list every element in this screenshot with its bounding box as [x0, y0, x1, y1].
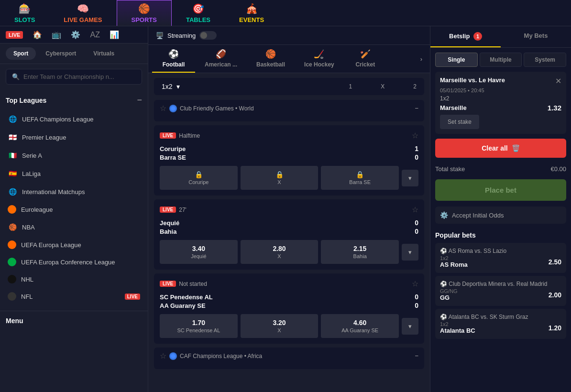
top-leagues-header: Top Leagues − — [6, 95, 142, 105]
match-type-select[interactable]: 1x2 ▾ — [162, 83, 180, 90]
nav-slots[interactable]: 🎰 SLOTS — [0, 0, 49, 26]
odd-jequie-2[interactable]: 2.15 Bahia — [321, 240, 399, 264]
section-fav-star[interactable]: ☆ — [160, 104, 166, 113]
odd-coruripe-2[interactable]: 🔒 Barra SE — [321, 166, 399, 190]
match-penedense-odds: 1.70 SC Penedense AL 3.20 X 4.60 AA Guar… — [160, 314, 418, 338]
trash-icon: 🗑️ — [512, 144, 520, 152]
league-item-ucl[interactable]: 🌐 UEFA Champions League — [6, 110, 142, 128]
top-leagues-toggle[interactable]: − — [137, 95, 142, 105]
sports-tab-basketball[interactable]: 🏀 Basketball — [247, 45, 295, 73]
tab-sport[interactable]: Sport — [6, 47, 36, 60]
popular-roma-row: 1x2 AS Roma 2.50 — [440, 255, 561, 268]
az-icon[interactable]: AZ — [90, 31, 99, 39]
match-penedense-fav[interactable]: ☆ — [412, 279, 418, 288]
sports-tab-american[interactable]: 🏈 American ... — [195, 45, 247, 73]
odd-jequie-x-label: X — [277, 253, 281, 259]
popular-bets-section: Popular bets ⚽ AS Roma vs. SS Lazio 1x2 … — [430, 227, 571, 347]
streaming-toggle[interactable] — [199, 31, 217, 40]
league-item-nfl[interactable]: NFL LIVE — [6, 288, 142, 305]
sports-tab-ice-hockey[interactable]: 🏒 Ice Hockey — [295, 45, 344, 73]
cricket-tab-label: Cricket — [355, 61, 375, 68]
odd-coruripe-label: Coruripe — [188, 179, 209, 185]
nav-sports[interactable]: 🏀 SPORTS — [117, 0, 172, 26]
section-caf-fav[interactable]: ☆ — [160, 351, 166, 360]
league-item-nba[interactable]: 🏀 NBA — [6, 218, 142, 236]
my-bets-tab[interactable]: My Bets — [501, 26, 571, 47]
nav-live-games[interactable]: 🧠 LIVE GAMES — [49, 0, 116, 26]
odd-jequie-x[interactable]: 2.80 X — [241, 240, 318, 264]
betslip-tab[interactable]: Betslip 1 — [430, 26, 501, 47]
ucl-name: UEFA Champions League — [22, 116, 94, 123]
league-item-premier[interactable]: 🏴󠁧󠁢󠁥󠁮󠁧󠁿 Premier League — [6, 128, 142, 146]
odd-penedense-2[interactable]: 4.60 AA Guarany SE — [321, 314, 399, 338]
stats-icon[interactable]: 📊 — [110, 30, 119, 39]
search-input[interactable] — [23, 73, 136, 80]
video-icon[interactable]: 📺 — [52, 30, 61, 39]
sports-tab-cricket[interactable]: 🏏 Cricket — [344, 45, 387, 73]
bet-type-single[interactable]: Single — [435, 53, 478, 67]
settings-icon[interactable]: ⚙️ — [71, 30, 80, 39]
popular-item-roma[interactable]: ⚽ AS Roma vs. SS Lazio 1x2 AS Roma 2.50 — [435, 243, 566, 273]
odd-penedense-x-label: X — [277, 327, 281, 333]
league-item-euroleague[interactable]: Euroleague — [6, 201, 142, 218]
odd-barra-label: Barra SE — [349, 179, 371, 185]
bet-type-label: 1x2 — [440, 95, 561, 102]
odd-jequie-1[interactable]: 3.40 Jequié — [160, 240, 238, 264]
odd-coruripe-1[interactable]: 🔒 Coruripe — [160, 166, 238, 190]
seriea-flag: 🇮🇹 — [8, 151, 17, 160]
penedense-score: 0 — [415, 293, 418, 301]
top-navigation: 🎰 SLOTS 🧠 LIVE GAMES 🏀 SPORTS 🎯 TABLES 🎪… — [0, 0, 571, 26]
league-item-intl[interactable]: 🌐 International Matchups — [6, 183, 142, 201]
odd-coruripe-x[interactable]: 🔒 X — [241, 166, 318, 190]
jequie-name: Jequié — [160, 219, 179, 227]
match-penedense-expand[interactable]: ▾ — [402, 318, 418, 335]
home-icon[interactable]: 🏠 — [33, 30, 42, 39]
section-collapse[interactable]: − — [415, 105, 418, 112]
total-stake-label: Total stake — [435, 165, 465, 173]
match-type-label: 1x2 — [162, 83, 173, 90]
accept-odds-row: ⚙️ Accept Initial Odds — [435, 207, 566, 224]
match-coruripe-fav[interactable]: ☆ — [412, 131, 418, 140]
total-stake-value: €0.00 — [550, 165, 566, 173]
section-league-info: ☆ Club Friendly Games • World — [160, 104, 254, 113]
football-tab-icon: ⚽ — [168, 49, 179, 59]
set-stake-btn[interactable]: Set stake — [440, 115, 479, 129]
league-item-uel[interactable]: UEFA Europa League — [6, 236, 142, 253]
left-sidebar: LIVE 🏠 📺 ⚙️ AZ 📊 Sport Cybersport Virtua… — [0, 26, 148, 392]
section-caf-collapse[interactable]: − — [415, 352, 418, 359]
bet-type-multiple[interactable]: Multiple — [480, 53, 522, 67]
menu-label: Menu — [6, 317, 23, 325]
popular-atalanta-match: ⚽ Atalanta BC vs. SK Sturm Graz — [440, 314, 561, 320]
match-jequie-expand[interactable]: ▾ — [402, 244, 418, 261]
tab-virtuals[interactable]: Virtuals — [86, 47, 122, 60]
match-coruripe-expand[interactable]: ▾ — [402, 170, 418, 186]
league-item-laliga[interactable]: 🇪🇸 LaLiga — [6, 164, 142, 183]
premier-flag: 🏴󠁧󠁢󠁥󠁮󠁧󠁿 — [8, 132, 17, 142]
league-item-uecl[interactable]: UEFA Europa Conference League — [6, 253, 142, 271]
guarany-name: AA Guarany SE — [160, 302, 206, 309]
bet-close-btn[interactable]: ✕ — [555, 76, 561, 86]
bet-type-system[interactable]: System — [524, 53, 566, 67]
odd-penedense-x[interactable]: 3.20 X — [241, 314, 318, 338]
popular-item-deportiva[interactable]: ⚽ Club Deportiva Minera vs. Real Madrid … — [435, 276, 566, 306]
sports-tab-football[interactable]: ⚽ Football — [152, 45, 195, 73]
team-penedense: SC Penedense AL 0 — [160, 293, 418, 301]
popular-deportiva-match: ⚽ Club Deportiva Minera vs. Real Madrid — [440, 281, 561, 287]
section-caf-league-name: CAF Champions League • Africa — [180, 353, 262, 359]
clear-all-btn[interactable]: Clear all 🗑️ — [435, 139, 566, 158]
league-item-nhl[interactable]: NHL — [6, 271, 142, 288]
nav-tables[interactable]: 🎯 TABLES — [172, 0, 225, 26]
odd-penedense-1[interactable]: 1.70 SC Penedense AL — [160, 314, 238, 338]
sports-tabs-arrow[interactable]: › — [417, 55, 426, 63]
popular-item-atalanta[interactable]: ⚽ Atalanta BC vs. SK Sturm Graz 1x2 Atal… — [435, 309, 566, 339]
popular-deportiva-type: GG/NG — [440, 288, 458, 294]
league-item-seriea[interactable]: 🇮🇹 Serie A — [6, 146, 142, 164]
match-jequie-live: LIVE — [160, 207, 176, 213]
tab-cybersport[interactable]: Cybersport — [38, 47, 84, 60]
match-jequie-odds: 3.40 Jequié 2.80 X 2.15 Bahia ▾ — [160, 240, 418, 264]
match-jequie-fav[interactable]: ☆ — [412, 205, 418, 214]
place-bet-btn[interactable]: Place bet — [435, 179, 566, 201]
right-panel: Betslip 1 My Bets Single Multiple System… — [430, 26, 571, 392]
nav-events[interactable]: 🎪 EVENTS — [225, 0, 278, 26]
popular-atalanta-selection: Atalanta BC — [440, 327, 475, 334]
